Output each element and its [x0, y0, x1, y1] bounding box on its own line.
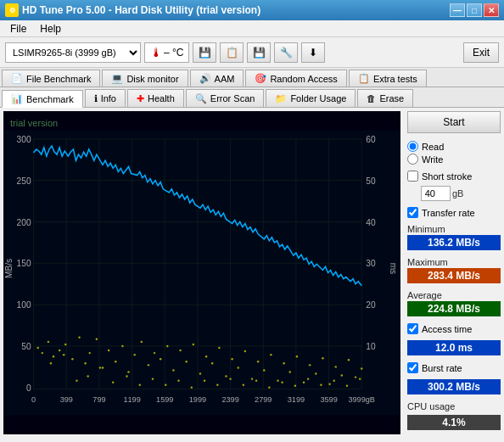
- svg-point-122: [359, 378, 361, 379]
- maximum-value: 283.4 MB/s: [407, 268, 501, 283]
- svg-point-67: [166, 345, 168, 347]
- svg-point-82: [263, 369, 265, 371]
- svg-text:799: 799: [92, 395, 105, 404]
- svg-point-77: [231, 358, 232, 360]
- svg-point-104: [126, 375, 127, 377]
- temp-value: – °C: [164, 47, 183, 59]
- tab-health[interactable]: ✚ Health: [127, 89, 184, 107]
- svg-point-99: [63, 354, 64, 355]
- svg-point-49: [53, 355, 54, 357]
- svg-text:0: 0: [31, 395, 36, 404]
- bottom-tab-row: 📊 Benchmark ℹ Info ✚ Health 🔍 Error Scan…: [0, 87, 504, 108]
- svg-point-103: [112, 381, 114, 383]
- tab-disk-monitor[interactable]: 💻 Disk monitor: [102, 70, 188, 87]
- svg-point-72: [199, 372, 201, 374]
- toolbar-btn-1[interactable]: 💾: [193, 42, 216, 63]
- drive-select[interactable]: LSIMR9265-8i (3999 gB): [5, 42, 141, 63]
- short-stroke-checkbox[interactable]: Short stroke: [407, 171, 501, 182]
- svg-point-79: [244, 350, 246, 352]
- burst-rate-stat: 300.2 MB/s: [407, 379, 501, 397]
- svg-point-94: [341, 374, 343, 376]
- svg-point-73: [205, 355, 207, 357]
- toolbar-btn-4[interactable]: 🔧: [274, 42, 298, 63]
- close-button[interactable]: ✕: [484, 3, 499, 17]
- svg-point-121: [346, 385, 348, 387]
- exit-button[interactable]: Exit: [463, 42, 499, 63]
- svg-point-75: [218, 347, 220, 349]
- svg-point-80: [251, 378, 253, 379]
- svg-text:2799: 2799: [255, 395, 272, 404]
- svg-point-111: [216, 384, 218, 386]
- svg-point-83: [270, 354, 272, 355]
- svg-point-101: [87, 375, 88, 377]
- svg-point-65: [154, 352, 155, 354]
- toolbar-btn-5[interactable]: ⬇: [301, 42, 325, 63]
- svg-point-118: [307, 378, 309, 379]
- svg-point-58: [108, 350, 109, 351]
- svg-text:2399: 2399: [221, 395, 238, 404]
- svg-text:1599: 1599: [156, 395, 173, 404]
- burst-rate-checkbox[interactable]: Burst rate: [407, 362, 501, 373]
- svg-point-84: [277, 379, 278, 381]
- app-title: HD Tune Pro 5.00 - Hard Disk Utility (tr…: [22, 4, 260, 16]
- svg-text:MB/s: MB/s: [4, 259, 14, 278]
- extra-tests-icon: 📋: [358, 73, 370, 84]
- svg-text:0: 0: [26, 383, 31, 393]
- svg-text:ms: ms: [389, 263, 398, 275]
- tab-random-access[interactable]: 🎯 Random Access: [245, 70, 346, 87]
- file-benchmark-icon: 📄: [11, 73, 23, 84]
- tab-extra-tests[interactable]: 📋 Extra tests: [349, 70, 427, 87]
- access-time-value: 12.0 ms: [407, 340, 501, 355]
- main-content: trial version: [0, 108, 504, 438]
- svg-text:150: 150: [17, 259, 31, 268]
- svg-point-113: [243, 384, 244, 386]
- read-write-group: Read Write: [407, 139, 501, 166]
- svg-point-91: [322, 357, 323, 359]
- transfer-rate-checkbox[interactable]: Transfer rate: [407, 207, 501, 218]
- tab-error-scan[interactable]: 🔍 Error Scan: [186, 89, 265, 107]
- svg-point-87: [296, 355, 298, 357]
- svg-text:1999: 1999: [189, 395, 206, 404]
- benchmark-chart: 300 250 200 150 100 50 0 MB/s 60 50 40 3…: [3, 111, 400, 434]
- tab-info[interactable]: ℹ Info: [85, 89, 126, 107]
- svg-text:300: 300: [17, 135, 31, 144]
- maximize-button[interactable]: □: [467, 3, 482, 17]
- svg-text:30: 30: [366, 259, 376, 268]
- chart-container: trial version: [3, 111, 400, 434]
- svg-point-61: [127, 371, 129, 372]
- svg-point-95: [348, 359, 350, 361]
- svg-point-64: [148, 364, 149, 366]
- tab-aam[interactable]: 🔊 AAM: [190, 70, 244, 87]
- cpu-usage-value: 4.1%: [407, 415, 501, 430]
- short-stroke-value[interactable]: [421, 186, 451, 201]
- menu-help[interactable]: Help: [33, 21, 68, 36]
- minimize-button[interactable]: —: [450, 3, 465, 17]
- burst-rate-value: 300.2 MB/s: [407, 379, 501, 394]
- tab-erase[interactable]: 🗑 Erase: [357, 89, 413, 107]
- svg-point-105: [139, 384, 141, 386]
- svg-point-89: [309, 364, 311, 366]
- svg-text:3599: 3599: [320, 395, 337, 404]
- toolbar-btn-3[interactable]: 💾: [247, 42, 271, 63]
- svg-point-59: [115, 361, 116, 362]
- tab-benchmark[interactable]: 📊 Benchmark: [2, 90, 83, 108]
- svg-point-55: [89, 352, 91, 354]
- svg-point-68: [172, 369, 174, 371]
- menu-file[interactable]: File: [3, 21, 33, 36]
- access-time-checkbox[interactable]: Access time: [407, 323, 501, 334]
- svg-point-54: [84, 362, 86, 364]
- minimum-stat: Minimum 136.2 MB/s: [407, 224, 501, 253]
- tab-file-benchmark[interactable]: 📄 File Benchmark: [2, 70, 100, 87]
- svg-point-70: [185, 361, 187, 362]
- start-button[interactable]: Start: [407, 111, 501, 133]
- toolbar: LSIMR9265-8i (3999 gB) 🌡 – °C 💾 📋 💾 🔧 ⬇ …: [0, 37, 504, 68]
- svg-point-46: [36, 347, 38, 349]
- svg-point-57: [102, 366, 104, 368]
- svg-point-108: [177, 379, 179, 381]
- svg-text:20: 20: [366, 300, 376, 310]
- toolbar-btn-2[interactable]: 📋: [220, 42, 244, 63]
- svg-point-88: [303, 381, 305, 383]
- tab-folder-usage[interactable]: 📁 Folder Usage: [266, 89, 356, 107]
- radio-read[interactable]: Read: [407, 141, 501, 152]
- radio-write[interactable]: Write: [407, 154, 501, 165]
